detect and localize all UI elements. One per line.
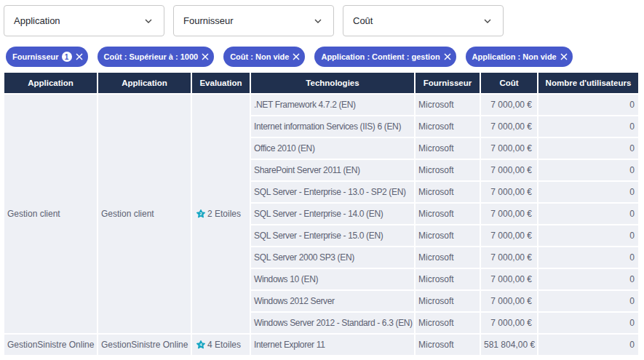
svg-text:2: 2 [200,212,202,216]
svg-text:4: 4 [200,343,202,347]
